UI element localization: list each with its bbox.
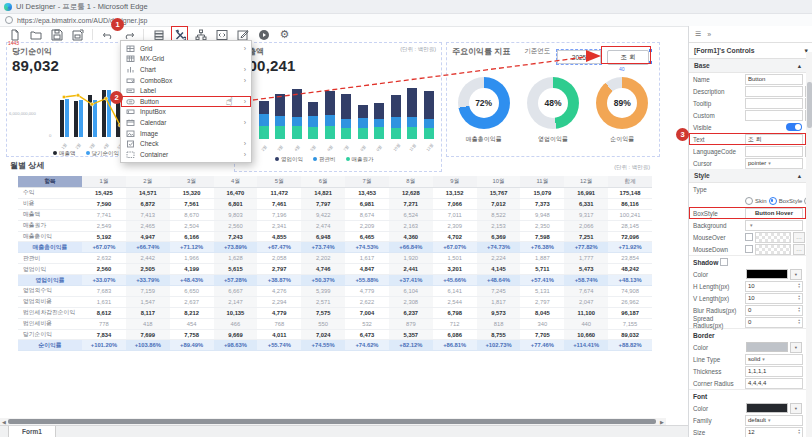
base-year-combobox[interactable]: 2025 [557, 50, 601, 64]
prop-label: Visible [693, 124, 743, 131]
panel-header[interactable]: [Form1]'s Controls ▾ [689, 42, 812, 59]
spinner-arrows-icon[interactable]: ▴▾ [798, 307, 800, 314]
radio-skin[interactable]: Skin [745, 197, 767, 205]
visible-toggle[interactable] [786, 123, 802, 131]
prop-row-size: Size12▴▾ [689, 426, 806, 437]
table-row-매출원가[interactable]: 매출원가2,5492,4652,5042,5602,3412,4742,2092… [18, 221, 652, 232]
table-row-순이익률[interactable]: 순이익률+101.20%+103.86%+89.49%+98.63%+55.74… [18, 340, 652, 351]
prop-select[interactable]: default▾ [745, 415, 803, 426]
menu-item-grid[interactable]: Grid› [121, 43, 251, 54]
prop-row-line-type: Line Typesolid▾ [689, 353, 806, 365]
menu-item-image[interactable]: Image [121, 128, 251, 139]
panel-scrollbar[interactable] [806, 52, 812, 437]
value-cell: 15,767 [477, 188, 521, 199]
menu-item-check[interactable]: Check› [121, 138, 251, 149]
prop-input[interactable] [745, 110, 803, 121]
value-cell: 7,196 [257, 210, 301, 221]
spinner-arrows-icon[interactable]: ▴▾ [798, 295, 800, 302]
settings-icon[interactable]: ⚙ [278, 28, 291, 41]
submenu-arrow-icon: › [244, 140, 246, 147]
prop-input[interactable]: Button [745, 74, 803, 85]
prop-spinner[interactable]: 10▴▾ [745, 281, 803, 292]
table-row-당기순이익[interactable]: 당기순이익7,8347,6997,7589,6694,0117,0246,473… [18, 330, 652, 341]
spinner-arrows-icon[interactable]: ▴▾ [798, 319, 800, 326]
save-as-icon[interactable] [71, 28, 84, 41]
prop-input[interactable] [745, 146, 803, 157]
color-swatch[interactable] [746, 342, 788, 352]
donut-ring: 72% [458, 77, 510, 129]
table-row-영업이익[interactable]: 영업이익2,5602,5054,1995,6152,7974,7464,8472… [18, 264, 652, 275]
submenu-arrow-icon: › [244, 45, 246, 52]
menu-item-label: ComboBox [140, 77, 239, 84]
prop-spinner[interactable]: 12▴▾ [745, 427, 803, 437]
section-style[interactable]: Style▴ [689, 169, 806, 183]
table-title: 월별 상세 [10, 160, 44, 171]
scroll-left-icon[interactable]: ◀ [0, 419, 8, 425]
selection-handle[interactable] [649, 49, 652, 52]
table-row-수익[interactable]: 수익15,42514,57115,32016,47011,47214,82113… [18, 188, 652, 199]
save-icon[interactable] [50, 28, 63, 41]
horizontal-scrollbar[interactable]: ◀ ▶ [0, 418, 666, 425]
value-cell: 2,147 [214, 297, 258, 308]
spinner-arrows-icon[interactable]: ▴▾ [798, 283, 800, 290]
table-row-영업외수익[interactable]: 영업외수익7,6837,1596,6506,6674,2765,3994,779… [18, 286, 652, 297]
menu-item-combobox[interactable]: ComboBox› [121, 75, 251, 86]
table-row-매출액[interactable]: 매출액7,7417,4138,6709,8037,1969,4228,6746,… [18, 210, 652, 221]
prop-select[interactable]: pointer▾ [745, 158, 803, 169]
value-cell: 2,797 [257, 264, 301, 275]
prop-input[interactable] [745, 86, 803, 97]
table-row-매출총이익[interactable]: 매출총이익5,1924,9476,1667,2434,8556,9486,465… [18, 232, 652, 243]
prop-checkbox[interactable] [745, 233, 753, 241]
ellipsis-button[interactable]: … [793, 244, 805, 255]
radio-boxstyle[interactable]: BoxStyle [769, 197, 803, 205]
run-icon[interactable] [257, 28, 270, 41]
prop-input[interactable]: 4,4,4,4 [745, 378, 803, 389]
table-row-법인세차감전순이익[interactable]: 법인세차감전순이익8,6128,1178,21210,1354,7797,575… [18, 308, 652, 319]
undo-icon[interactable] [101, 28, 114, 41]
spinner-value: 0 [748, 307, 751, 313]
prop-input[interactable]: 1,1,1,1 [745, 366, 803, 377]
prop-spinner[interactable]: 10▴▾ [745, 293, 803, 304]
form1-tab[interactable]: Form1 [8, 426, 56, 437]
boxstyle-value[interactable]: Button Hover [745, 208, 803, 219]
panel-list-icon[interactable]: ☰ [695, 30, 701, 38]
table-row-판관비[interactable]: 판관비2,6322,4421,9661,6282,0582,2021,6171,… [18, 253, 652, 264]
chevron-down-icon[interactable]: ▾ [790, 342, 802, 353]
ellipsis-button[interactable]: … [793, 232, 805, 243]
transparent-swatch [755, 244, 791, 255]
spinner-arrows-icon[interactable]: ▴▾ [798, 429, 800, 436]
prop-select[interactable]: ▾ [745, 220, 803, 231]
chevron-down-icon[interactable]: ▾ [790, 269, 802, 280]
table-row-영업이익률[interactable]: 영업이익률+33.07%+33.79%+48.43%+57.28%+38.87%… [18, 275, 652, 286]
color-swatch[interactable] [746, 403, 788, 413]
selection-handle[interactable] [649, 61, 652, 64]
panel-collapse-icon[interactable]: » [707, 31, 711, 38]
table-row-영업외비용[interactable]: 영업외비용1,6311,5472,6372,1472,2942,5712,622… [18, 297, 652, 308]
table-row-법인세비용[interactable]: 법인세비용77841845446676855053287971281834044… [18, 319, 652, 330]
prop-spinner[interactable]: 0▴▾ [745, 305, 803, 316]
horizontal-scrollbar-thumb[interactable] [8, 419, 656, 424]
prop-spinner[interactable]: 0▴▾ [745, 317, 803, 328]
prop-input[interactable]: 조 회 [745, 134, 803, 145]
menu-item-container[interactable]: Container› [121, 149, 251, 160]
x-tick: 2월 [260, 144, 268, 152]
color-swatch[interactable] [746, 269, 788, 279]
table-row-매출총이익률[interactable]: 매출총이익률+67.07%+66.74%+71.12%+73.89%+67.47… [18, 242, 652, 253]
value-cell: 2,163 [389, 221, 433, 232]
prop-select[interactable]: solid▾ [745, 354, 803, 365]
prop-input[interactable] [745, 98, 803, 109]
panel-scrollbar-thumb[interactable] [807, 82, 812, 128]
search-button[interactable]: 조 회 [607, 50, 649, 65]
scroll-right-icon[interactable]: ▶ [658, 419, 666, 425]
table-row-비용[interactable]: 비용7,5906,8727,5616,8017,4617,7976,9817,2… [18, 199, 652, 210]
value-cell: 4,847 [345, 264, 389, 275]
section-base[interactable]: Base▴ [689, 59, 806, 73]
menu-item-chart[interactable]: Chart› [121, 64, 251, 75]
shadow-checkbox[interactable] [720, 258, 728, 266]
prop-checkbox[interactable] [745, 245, 753, 253]
open-folder-icon[interactable] [29, 28, 42, 41]
chevron-down-icon[interactable]: ▾ [790, 403, 802, 414]
menu-item-calendar[interactable]: Calendar› [121, 117, 251, 128]
menu-item-mx-grid[interactable]: MX-Grid [121, 54, 251, 65]
prop-row-radios: SkinBoxStyleCustom [689, 195, 806, 207]
